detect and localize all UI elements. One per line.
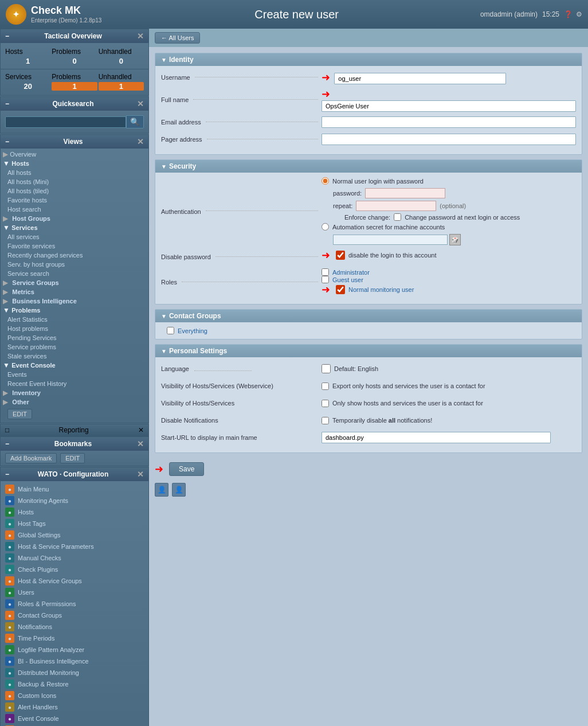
sidebar-item-all-hosts[interactable]: All hosts [7, 168, 146, 177]
sidebar-item-all-services[interactable]: All services [7, 232, 146, 241]
contact-groups-title: Contact Groups [169, 312, 221, 320]
sidebar-item-all-hosts-tiled[interactable]: All hosts (tiled) [7, 186, 146, 196]
sidebar-item-recent-event[interactable]: Recent Event History [7, 379, 146, 388]
wato-item-alert-handlers[interactable]: ●Alert Handlers [1, 701, 148, 713]
wato-item-roles---permissions[interactable]: ●Roles & Permissions [1, 598, 148, 610]
disable-notif-checkbox[interactable] [322, 417, 329, 424]
visibility-ws-checkbox[interactable] [322, 382, 329, 390]
back-all-users-btn[interactable]: ← All Users [155, 32, 200, 44]
username-input[interactable] [334, 73, 506, 84]
sidebar-item-alert-statistics[interactable]: Alert Statistics [7, 315, 146, 324]
bookmarks-close-btn[interactable]: ✕ [137, 439, 144, 448]
sidebar-item-service-groups[interactable]: ▶ Service Groups [3, 278, 146, 287]
disable-pw-checkbox[interactable] [336, 251, 345, 260]
guest-role-checkbox[interactable] [322, 276, 329, 283]
security-section-header[interactable]: ▼ Security [155, 160, 582, 173]
tactical-overview-header[interactable]: − Tactical Overview ✕ [1, 29, 148, 43]
sidebar-item-event-console[interactable]: ▼ Event Console [3, 361, 146, 370]
sidebar-item-events[interactable]: Events [7, 370, 146, 379]
sidebar-item-hosts[interactable]: ▼ Hosts [3, 159, 146, 168]
repeat-input[interactable] [356, 201, 436, 211]
wato-item-check-plugins[interactable]: ●Check Plugins [1, 564, 148, 575]
automation-radio[interactable] [322, 223, 329, 231]
sidebar-item-stale-services[interactable]: Stale services [7, 352, 146, 361]
personal-settings-header[interactable]: ▼ Personal Settings [155, 345, 582, 357]
contact-groups-header[interactable]: ▼ Contact Groups [155, 310, 582, 322]
wato-item-custom-icons[interactable]: ●Custom Icons [1, 690, 148, 701]
sidebar-item-business-intel[interactable]: ▶ Business Intelligence [3, 296, 146, 306]
wato-item-hosts[interactable]: ●Hosts [1, 506, 148, 518]
settings-icon[interactable]: ⚙ [576, 10, 582, 18]
sidebar-item-inventory[interactable]: ▶ Inventory [3, 388, 146, 397]
wato-item-main-menu[interactable]: ●Main Menu [1, 483, 148, 495]
sidebar-item-host-search[interactable]: Host search [7, 205, 146, 214]
sidebar-item-favorite-hosts[interactable]: Favorite hosts [7, 196, 146, 205]
wato-item-global-settings[interactable]: ●Global Settings [1, 529, 148, 541]
pager-input[interactable] [322, 134, 576, 145]
views-header[interactable]: − Views ✕ [1, 135, 148, 149]
bookmarks-header[interactable]: − Bookmarks ✕ [1, 437, 148, 451]
email-input[interactable] [322, 116, 576, 128]
quicksearch-close-btn[interactable]: ✕ [137, 99, 144, 108]
wato-item-bi---business-intelligence[interactable]: ●BI - Business Intelligence [1, 655, 148, 667]
bookmarks-edit-btn[interactable]: EDIT [60, 453, 85, 463]
normal-role-link[interactable]: Normal monitoring user [348, 286, 414, 293]
wato-item-manual-checks[interactable]: ●Manual Checks [1, 552, 148, 564]
start-url-input[interactable] [322, 432, 551, 443]
save-button[interactable]: Save [169, 462, 204, 476]
dice-button[interactable]: 🎲 [449, 234, 461, 245]
sidebar-item-problems[interactable]: ▼ Problems [3, 306, 146, 315]
wato-header[interactable]: − WATO · Configuration ✕ [1, 467, 148, 481]
quicksearch-header[interactable]: − Quicksearch ✕ [1, 97, 148, 111]
sidebar-item-pending-services[interactable]: Pending Services [7, 333, 146, 342]
help-icon[interactable]: ❓ [564, 10, 573, 18]
wato-item-notifications[interactable]: ●Notifications [1, 621, 148, 633]
sidebar-item-recently-changed[interactable]: Recently changed services [7, 251, 146, 260]
everything-checkbox[interactable] [167, 327, 174, 334]
sidebar-item-serv-by-host[interactable]: Serv. by host groups [7, 260, 146, 269]
sidebar-item-favorite-services[interactable]: Favorite services [7, 241, 146, 251]
normal-role-checkbox[interactable] [336, 285, 345, 294]
wato-item-host-tags[interactable]: ●Host Tags [1, 518, 148, 529]
search-input[interactable] [5, 116, 126, 128]
normal-login-radio[interactable] [322, 177, 329, 185]
password-input[interactable] [365, 188, 445, 198]
views-close-btn[interactable]: ✕ [137, 137, 144, 146]
sidebar-item-host-groups[interactable]: ▶ Host Groups [3, 214, 146, 223]
everything-link[interactable]: Everything [178, 327, 207, 334]
reporting-panel[interactable]: □ Reporting ✕ [0, 424, 149, 436]
views-edit-btn[interactable]: EDIT [7, 409, 32, 419]
search-button[interactable]: 🔍 [126, 115, 144, 128]
sidebar-item-service-problems[interactable]: Service problems [7, 342, 146, 352]
language-checkbox[interactable] [322, 364, 331, 373]
wato-item-host---service-groups[interactable]: ●Host & Service Groups [1, 575, 148, 587]
add-bookmark-btn[interactable]: Add Bookmark [5, 453, 57, 463]
reporting-close-btn[interactable]: ✕ [138, 426, 144, 434]
wato-item-monitoring-agents[interactable]: ●Monitoring Agents [1, 495, 148, 506]
wato-item-backup---restore[interactable]: ●Backup & Restore [1, 678, 148, 690]
identity-section-header[interactable]: ▼ Identity [155, 53, 582, 66]
visibility-checkbox[interactable] [322, 400, 329, 407]
enforce-checkbox[interactable] [394, 213, 401, 221]
wato-item-event-console[interactable]: ●Event Console [1, 713, 148, 724]
admin-role-link[interactable]: Administrator [332, 269, 370, 276]
wato-item-users[interactable]: ●Users [1, 587, 148, 598]
wato-item-time-periods[interactable]: ●Time Periods [1, 633, 148, 644]
automation-secret-input[interactable] [333, 235, 448, 245]
sidebar-item-metrics[interactable]: ▶ Metrics [3, 287, 146, 296]
admin-role-checkbox[interactable] [322, 268, 329, 276]
sidebar-item-overview[interactable]: ▶ Overview [3, 150, 146, 159]
wato-item-contact-groups[interactable]: ●Contact Groups [1, 610, 148, 621]
fullname-input[interactable] [322, 100, 576, 112]
wato-item-distributed-monitoring[interactable]: ●Distributed Monitoring [1, 667, 148, 678]
sidebar-item-other[interactable]: ▶ Other [3, 397, 146, 407]
guest-role-link[interactable]: Guest user [332, 276, 363, 283]
sidebar-item-host-problems[interactable]: Host problems [7, 324, 146, 333]
sidebar-item-all-hosts-mini[interactable]: All hosts (Mini) [7, 177, 146, 186]
sidebar-item-service-search[interactable]: Service search [7, 269, 146, 278]
sidebar-item-services[interactable]: ▼ Services [3, 223, 146, 232]
wato-item-host---service-parameters[interactable]: ●Host & Service Parameters [1, 541, 148, 552]
wato-item-logfile-pattern-analyzer[interactable]: ●Logfile Pattern Analyzer [1, 644, 148, 655]
tactical-close-btn[interactable]: ✕ [137, 32, 144, 41]
wato-close-btn[interactable]: ✕ [137, 470, 144, 479]
